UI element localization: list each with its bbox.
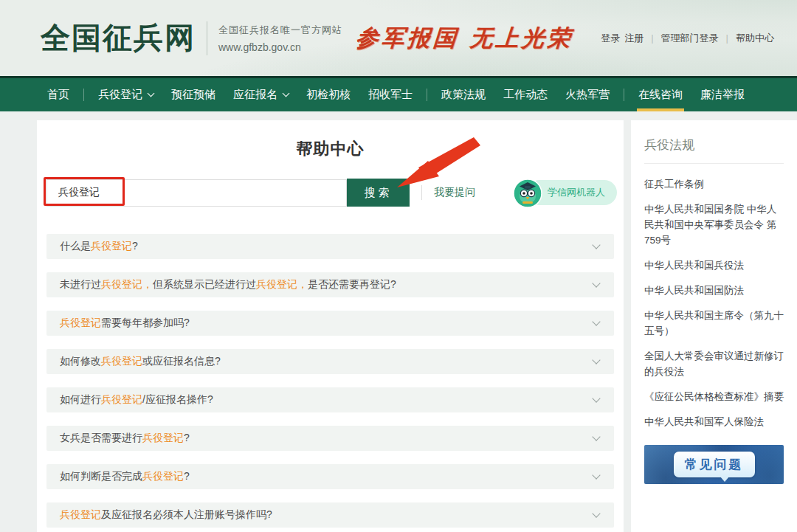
nav-divider	[83, 89, 84, 101]
help-center-panel: 帮助中心 搜索 我要提问 学信网机器人 什么是兵役登记?未进行过兵役登记，但系统…	[37, 120, 624, 532]
nav-divider	[624, 89, 624, 101]
logo-divider	[207, 21, 207, 55]
faq-question-segment: ?	[132, 240, 138, 252]
nav-item[interactable]: 工作动态	[494, 78, 556, 111]
sidebar-link[interactable]: 中华人民共和国国防法	[644, 283, 784, 298]
faq-item[interactable]: 如何判断是否完成兵役登记?	[46, 464, 614, 489]
header-links-separator: |	[726, 32, 728, 44]
sidebar-link[interactable]: 中华人民共和国兵役法	[644, 258, 784, 273]
faq-item[interactable]: 如何修改兵役登记或应征报名信息?	[46, 349, 614, 374]
chevron-down-icon[interactable]	[592, 394, 600, 402]
header-links: 登录注册|管理部门登录|帮助中心	[598, 32, 776, 45]
faq-question-segment: 兵役登记	[101, 393, 142, 405]
faq-question-segment: 如何进行	[60, 393, 101, 405]
chevron-down-icon[interactable]	[592, 279, 600, 287]
nav-item[interactable]: 廉洁举报	[691, 78, 753, 111]
nav-item-label: 应征报名	[233, 88, 277, 102]
nav-item-label: 招收军士	[368, 88, 413, 102]
faq-question-segment: 兵役登记，	[101, 278, 153, 290]
nav-item[interactable]: 初检初核	[297, 78, 359, 111]
faq-item[interactable]: 兵役登记需要每年都参加吗?	[46, 311, 614, 336]
slogan-calligraphy: 参军报国 无上光荣	[355, 23, 575, 54]
nav-item[interactable]: 应征报名	[224, 78, 297, 111]
faq-item[interactable]: 兵役登记及应征报名必须本人注册账号操作吗?	[46, 502, 614, 528]
nav-item-label: 预征预储	[171, 88, 215, 102]
nav-item[interactable]: 首页	[38, 78, 78, 111]
chevron-down-icon[interactable]	[592, 432, 600, 441]
sidebar-link[interactable]: 全国人大常委会审议通过新修订的兵役法	[644, 348, 784, 379]
sidebar-link[interactable]: 中华人民共和国军人保险法	[644, 414, 784, 429]
chevron-down-icon	[283, 90, 290, 97]
faq-question-segment: ?	[184, 432, 190, 443]
faq-question-segment: 如何判断是否完成	[60, 470, 142, 482]
faq-question: 女兵是否需要进行兵役登记?	[60, 432, 190, 445]
nav-item[interactable]: 预征预储	[162, 78, 224, 111]
faq-question: 兵役登记及应征报名必须本人注册账号操作吗?	[60, 508, 272, 522]
nav-item-label: 在线咨询	[638, 88, 683, 102]
faq-question: 如何进行兵役登记/应征报名操作?	[60, 393, 213, 407]
faq-question-segment: /应征报名操作?	[142, 393, 213, 405]
chevron-down-icon[interactable]	[592, 509, 600, 517]
faq-question-segment: 兵役登记	[101, 355, 142, 367]
nav-item-label: 初检初核	[306, 88, 351, 102]
faq-question-segment: ?	[184, 470, 190, 482]
search-input[interactable]	[46, 179, 347, 207]
search-button[interactable]: 搜索	[347, 179, 410, 207]
sidebar-link[interactable]: 中华人民共和国主席令（第九十五号）	[644, 308, 784, 339]
chevron-down-icon	[148, 90, 155, 97]
sidebar-link[interactable]: 中华人民共和国国务院 中华人民共和国中央军事委员会令 第759号	[644, 201, 784, 248]
chevron-down-icon[interactable]	[592, 471, 600, 479]
nav-item-label: 首页	[47, 88, 69, 102]
site-logo[interactable]: 全国征兵网	[41, 18, 196, 58]
header-link[interactable]: 管理部门登录	[661, 32, 719, 44]
faq-question-segment: 及应征报名必须本人注册账号操作吗?	[101, 508, 272, 520]
faq-question: 什么是兵役登记?	[60, 240, 138, 253]
faq-item[interactable]: 女兵是否需要进行兵役登记?	[46, 426, 614, 451]
site-url: www.gfbzb.gov.cn	[218, 41, 342, 53]
faq-question-segment: 如何修改	[60, 355, 101, 367]
faq-question: 未进行过兵役登记，但系统显示已经进行过兵役登记，是否还需要再登记?	[60, 278, 396, 291]
faq-question-segment: 女兵是否需要进行	[60, 432, 142, 443]
tagline-text: 全国征兵报名唯一官方网站	[218, 24, 342, 37]
chevron-down-icon[interactable]	[592, 241, 600, 249]
search-ask-divider	[421, 185, 422, 200]
faq-list: 什么是兵役登记?未进行过兵役登记，但系统显示已经进行过兵役登记，是否还需要再登记…	[46, 234, 614, 532]
chevron-down-icon[interactable]	[592, 356, 600, 364]
banner-bubble-label: 常见问题	[674, 452, 755, 477]
faq-item[interactable]: 什么是兵役登记?	[46, 234, 614, 259]
faq-question-segment: 兵役登记	[60, 317, 101, 328]
faq-question-segment: 兵役登记	[91, 240, 132, 252]
faq-question-segment: 兵役登记	[142, 470, 184, 482]
faq-question-segment: 需要每年都参加吗?	[101, 317, 190, 328]
sidebar-link[interactable]: 《应征公民体格检查标准》摘要	[644, 389, 784, 404]
site-tagline: 全国征兵报名唯一官方网站 www.gfbzb.gov.cn	[218, 24, 342, 53]
nav-item[interactable]: 在线咨询	[629, 78, 691, 111]
faq-item[interactable]: 未进行过兵役登记，但系统显示已经进行过兵役登记，是否还需要再登记?	[46, 272, 614, 297]
nav-divider	[427, 89, 427, 101]
nav-item-label: 工作动态	[503, 88, 548, 102]
nav-item[interactable]: 招收军士	[359, 78, 421, 111]
faq-question-segment: 或应征报名信息?	[142, 355, 221, 367]
nav-item-label: 兵役登记	[98, 88, 142, 102]
header-link[interactable]: 登录	[601, 32, 620, 44]
sidebar-link[interactable]: 征兵工作条例	[644, 176, 784, 192]
header-link[interactable]: 帮助中心	[736, 32, 774, 44]
chatbot-entry[interactable]: 学信网机器人	[513, 180, 617, 205]
faq-question-segment: 兵役登记	[60, 508, 101, 520]
nav-item[interactable]: 政策法规	[432, 78, 494, 111]
main-nav: 首页兵役登记预征预储应征报名初检初核招收军士政策法规工作动态火热军营在线咨询廉洁…	[0, 76, 797, 111]
nav-item-label: 政策法规	[441, 88, 486, 102]
ask-question-link[interactable]: 我要提问	[434, 186, 475, 199]
page-title: 帮助中心	[37, 138, 624, 160]
faq-question-segment: 什么是	[60, 240, 91, 252]
nav-item[interactable]: 火热军营	[556, 78, 618, 111]
sidebar-divider	[644, 163, 784, 164]
faq-question-segment: 兵役登记	[142, 432, 184, 443]
chevron-down-icon[interactable]	[592, 317, 600, 325]
faq-item[interactable]: 如何进行兵役登记/应征报名操作?	[46, 387, 614, 412]
faq-question: 兵役登记需要每年都参加吗?	[60, 317, 190, 330]
header-link[interactable]: 注册	[624, 32, 644, 44]
nav-item[interactable]: 兵役登记	[89, 78, 162, 111]
sidebar-regulations: 兵役法规 征兵工作条例中华人民共和国国务院 中华人民共和国中央军事委员会令 第7…	[631, 120, 797, 532]
common-questions-banner[interactable]: 常见问题	[644, 445, 784, 484]
